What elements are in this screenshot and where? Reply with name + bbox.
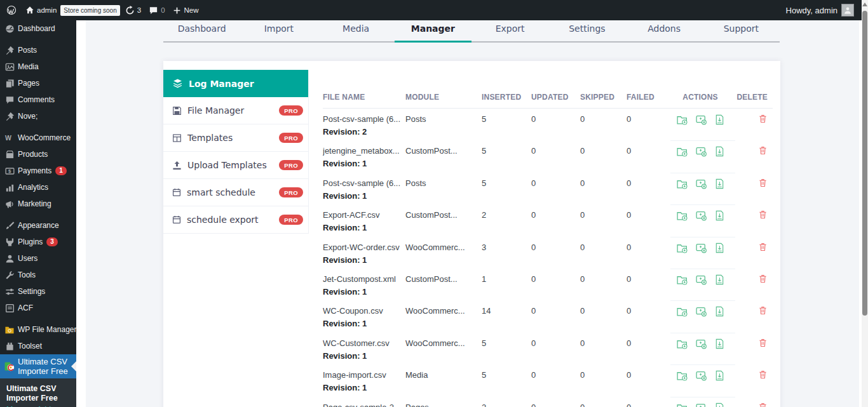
tab-settings[interactable]: Settings (548, 20, 625, 41)
download-log-icon[interactable] (676, 114, 688, 140)
remove-media-icon[interactable] (695, 145, 707, 172)
tab-addons[interactable]: Addons (626, 20, 703, 41)
download-log-icon[interactable] (676, 370, 688, 396)
scrollbar-thumb[interactable] (862, 11, 867, 316)
trash-icon[interactable] (758, 210, 768, 236)
trash-icon[interactable] (758, 242, 768, 269)
file-name: Image-import.csv (323, 370, 403, 380)
panel-nav-upload-templates[interactable]: Upload TemplatesPRO (163, 152, 308, 179)
panel-nav-schedule-export[interactable]: schedule exportPRO (163, 206, 308, 234)
trash-icon[interactable] (758, 274, 768, 300)
log-file-icon[interactable] (714, 402, 725, 407)
sidebar-item-ultimate-csv-importer-free[interactable]: Ultimate CSV Importer Free (0, 354, 76, 378)
trash-icon[interactable] (758, 114, 768, 140)
download-log-icon[interactable] (676, 274, 688, 300)
trash-icon[interactable] (758, 145, 768, 172)
log-file-icon[interactable] (714, 114, 725, 140)
remove-media-icon[interactable] (695, 242, 707, 269)
sidebar-item-users[interactable]: Users (0, 250, 76, 267)
sidebar-item-tools[interactable]: Tools (0, 267, 76, 283)
tab-support[interactable]: Support (703, 20, 780, 41)
log-file-icon[interactable] (714, 338, 725, 364)
download-log-icon[interactable] (676, 305, 688, 332)
remove-media-icon[interactable] (695, 114, 707, 140)
download-log-icon[interactable] (676, 178, 688, 204)
download-log-icon[interactable] (676, 145, 688, 172)
sidebar-item-plugins[interactable]: Plugins3 (0, 234, 76, 250)
tab-manager[interactable]: Manager (395, 20, 471, 41)
download-log-icon[interactable] (676, 338, 688, 364)
remove-media-icon[interactable] (695, 305, 707, 332)
download-log-icon[interactable] (676, 242, 688, 269)
remove-media-icon[interactable] (695, 274, 707, 300)
cell-updated: 0 (531, 333, 580, 364)
submenu-item-csv-importer[interactable]: Ultimate CSV Importer Free (0, 384, 76, 403)
sidebar-item-dashboard[interactable]: Dashboard (0, 20, 76, 37)
panel-nav-templates[interactable]: TemplatesPRO (163, 124, 308, 152)
log-file-icon[interactable] (714, 274, 725, 300)
sidebar-item-comments[interactable]: Comments (0, 91, 76, 108)
cell-file-name: Jet-Custompost.xmlRevision: 1 (323, 269, 405, 300)
sidebar-item-products[interactable]: Products (0, 146, 76, 163)
trash-icon[interactable] (758, 338, 768, 364)
payments-icon: $ (4, 166, 15, 176)
site-name-menu[interactable]: admin (23, 0, 59, 20)
sidebar-item-settings[interactable]: Settings (0, 283, 76, 300)
tab-dashboard[interactable]: Dashboard (163, 20, 240, 41)
remove-media-icon[interactable] (695, 402, 707, 407)
trash-icon[interactable] (758, 402, 768, 407)
sidebar-item-pages[interactable]: Pages (0, 75, 76, 91)
remove-media-icon[interactable] (695, 338, 707, 364)
submenu-item-manage-addons[interactable]: Manage Add-ons (0, 403, 76, 407)
panel-nav-label: schedule export (187, 215, 259, 225)
file-name: Export-WC-order.csv (323, 243, 403, 252)
cell-file-name: Page-csv-sample-2Revision: 1 (323, 397, 405, 407)
log-row: Jet-Custompost.xmlRevision: 1CustomPost.… (323, 269, 773, 300)
trash-icon[interactable] (758, 305, 768, 332)
sidebar-item-payments[interactable]: $Payments1 (0, 163, 76, 179)
scrollbar-up-arrow[interactable] (862, 3, 867, 6)
howdy-user[interactable]: Howdy, admin (786, 6, 837, 15)
wordpress-logo-icon[interactable] (0, 0, 23, 20)
log-file-icon[interactable] (714, 178, 725, 204)
panel-nav-log-manager[interactable]: Log Manager (163, 70, 308, 97)
user-avatar[interactable] (841, 4, 854, 17)
sidebar-item-media[interactable]: Media (0, 58, 76, 75)
download-log-icon[interactable] (676, 402, 688, 407)
new-content-menu[interactable]: New (169, 0, 203, 20)
sidebar-item-posts[interactable]: Posts (0, 42, 76, 58)
remove-media-icon[interactable] (695, 178, 707, 204)
revision: Revision: 1 (323, 319, 405, 328)
panel-nav-smart-schedule[interactable]: smart schedulePRO (163, 179, 308, 206)
log-file-icon[interactable] (714, 242, 725, 269)
remove-media-icon[interactable] (695, 210, 707, 236)
sidebar-item-appearance[interactable]: Appearance (0, 217, 76, 234)
download-log-icon[interactable] (676, 210, 688, 236)
comments-menu[interactable]: 0 (145, 0, 168, 20)
cell-inserted: 1 (482, 269, 531, 300)
sidebar-item-marketing[interactable]: Marketing (0, 196, 76, 212)
sidebar-item-acf[interactable]: ACF (0, 300, 76, 316)
col-header-failed: FAILED (627, 93, 675, 102)
sidebar-item-analytics[interactable]: Analytics (0, 179, 76, 196)
tab-import[interactable]: Import (240, 20, 317, 41)
cell-inserted: 5 (482, 109, 531, 140)
updates-menu[interactable]: 3 (121, 0, 145, 20)
page-scrollbar[interactable] (862, 0, 868, 407)
tab-media[interactable]: Media (318, 20, 395, 41)
trash-icon[interactable] (758, 178, 768, 204)
sidebar-item-wp-file-manager[interactable]: WP File Manager (0, 321, 76, 338)
log-file-icon[interactable] (714, 210, 725, 236)
trash-icon[interactable] (758, 370, 768, 396)
sidebar-item-label: ACF (18, 304, 33, 312)
log-file-icon[interactable] (714, 145, 725, 172)
sidebar-item-woocommerce[interactable]: WWooCommerce (0, 130, 76, 146)
tab-export[interactable]: Export (471, 20, 548, 41)
store-coming-soon-badge[interactable]: Store coming soon (60, 5, 119, 16)
log-file-icon[interactable] (714, 370, 725, 396)
sidebar-item-toolset[interactable]: Toolset (0, 338, 76, 354)
panel-nav-file-manager[interactable]: File ManagerPRO (163, 97, 308, 124)
remove-media-icon[interactable] (695, 370, 707, 396)
sidebar-item-nove[interactable]: Nove; (0, 108, 76, 124)
log-file-icon[interactable] (714, 305, 725, 332)
